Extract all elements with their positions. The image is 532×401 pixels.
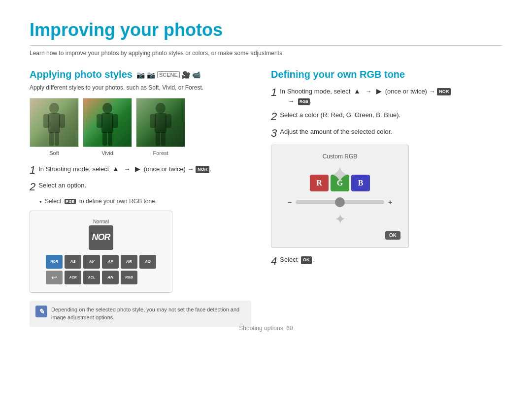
svg-rect-3 xyxy=(59,114,65,128)
menu-btn-acl[interactable]: ACL xyxy=(83,271,100,284)
rgb-plus[interactable]: + xyxy=(388,198,392,206)
rgb-icon: RGB xyxy=(65,199,76,204)
svg-rect-14 xyxy=(150,114,156,128)
left-step-1: 1 In Shooting mode, select ▲ → ▶ (once o… xyxy=(30,164,251,177)
step-number-2: 2 xyxy=(30,181,35,193)
menu-btn-as[interactable]: AS xyxy=(65,255,81,269)
menu-btn-ar[interactable]: AR xyxy=(121,255,137,269)
rgb-panel-title: Custom RGB xyxy=(279,153,400,160)
bullet-item: • Select RGB to define your own RGB tone… xyxy=(39,198,251,206)
photo-label-forest: Forest xyxy=(136,150,185,156)
photo-label-vivid: Vivid xyxy=(83,150,132,156)
menu-grid: NOR AS AV AF AR xyxy=(46,255,156,284)
menu-btn-ao[interactable]: AO xyxy=(139,255,156,269)
menu-panel: Normal NOR NOR AS A xyxy=(30,211,172,293)
rgb-slider-track[interactable] xyxy=(296,200,384,204)
svg-rect-4 xyxy=(49,132,54,146)
svg-rect-11 xyxy=(108,132,112,146)
menu-label-normal: Normal xyxy=(93,219,109,224)
menu-row-1: NOR AS AV AF AR xyxy=(46,255,156,269)
up-arrow: ▲ xyxy=(112,165,119,173)
svg-rect-10 xyxy=(102,132,107,146)
rgb-slider-handle[interactable] xyxy=(335,197,345,207)
menu-btn-rgb[interactable]: RGB xyxy=(121,271,137,284)
photo-labels: Soft Vivid Forest xyxy=(30,150,251,156)
ok-icon: OK xyxy=(301,256,312,264)
up-arrow-r: ▲ xyxy=(354,87,361,95)
page-number: Shooting options 60 xyxy=(239,325,293,332)
camera-icon-3: 🎥 xyxy=(182,71,190,79)
note-box: ✎ Depending on the selected photo style,… xyxy=(30,301,251,327)
svg-rect-7 xyxy=(101,113,113,133)
right-step-1: 1 In Shooting mode, select ▲ → ▶ (once o… xyxy=(271,86,502,106)
menu-btn-af[interactable]: AF xyxy=(102,255,119,269)
page-title: Improving your photos xyxy=(30,20,502,46)
photo-soft xyxy=(30,98,79,147)
svg-rect-1 xyxy=(48,113,60,133)
bullet-text: Select RGB to define your own RGB tone. xyxy=(45,198,157,205)
svg-rect-5 xyxy=(55,132,59,146)
section-title-icons: 📷 📷 SCENE 🎥 📹 xyxy=(136,71,200,79)
rgb-btn-r[interactable]: R xyxy=(310,175,329,191)
photo-forest xyxy=(136,98,185,147)
nor-big-icon: NOR xyxy=(89,225,113,250)
rgb-minus[interactable]: − xyxy=(288,198,292,206)
rgb-panel: Custom RGB ✦ R G B − + xyxy=(271,145,409,248)
rgb-slider-row: − + xyxy=(279,198,400,206)
menu-panel-inner: Normal NOR NOR AS A xyxy=(36,219,166,284)
applying-photo-styles-title: Applying photo styles 📷 📷 SCENE 🎥 📹 xyxy=(30,69,251,80)
svg-rect-13 xyxy=(155,113,166,133)
right-step-num-4: 4 xyxy=(271,255,277,268)
rgb-star-icon: ✦ xyxy=(334,212,346,227)
camera-icon-2: 📷 xyxy=(147,71,155,79)
rgb-ok-button[interactable]: OK xyxy=(385,231,400,240)
right-arrow-r: ▶ xyxy=(376,87,382,95)
photo-samples xyxy=(30,98,251,147)
arrow-1: → xyxy=(124,165,130,173)
camera-icon-4: 📹 xyxy=(192,71,200,79)
menu-btn-acr[interactable]: ACR xyxy=(65,271,81,284)
menu-btn-nor[interactable]: NOR xyxy=(46,255,63,269)
step-1-text: In Shooting mode, select ▲ → ▶ (once or … xyxy=(38,164,251,174)
svg-point-6 xyxy=(102,103,112,114)
right-step-2-text: Select a color (R: Red, G: Green, B: Blu… xyxy=(280,110,502,120)
defining-rgb-title: Defining your own RGB tone xyxy=(271,69,502,80)
right-step-3: 3 Adjust the amount of the selected colo… xyxy=(271,127,502,140)
note-icon: ✎ xyxy=(35,306,47,317)
svg-rect-17 xyxy=(161,132,166,146)
page-subtitle: Learn how to improve your photos by appl… xyxy=(30,50,502,57)
section-description: Apply different styles to your photos, s… xyxy=(30,83,251,92)
right-step-4: 4 Select OK. xyxy=(271,255,502,268)
right-step-num-1: 1 xyxy=(271,86,277,99)
step-2-text: Select an option. xyxy=(38,181,251,190)
nor-icon-right: NOR xyxy=(437,88,451,96)
menu-btn-av[interactable]: AV xyxy=(83,255,100,269)
rgb-star-area: ✦ xyxy=(279,211,400,227)
svg-point-12 xyxy=(156,103,166,114)
rgb-icon-right: RGB xyxy=(298,98,310,105)
star-decoration: ✦ xyxy=(330,161,350,189)
svg-rect-15 xyxy=(166,114,171,128)
nor-icon: NOR xyxy=(196,166,209,174)
right-step-1-text: In Shooting mode, select ▲ → ▶ (once or … xyxy=(280,86,502,106)
rgb-ok-row: OK xyxy=(279,231,400,240)
note-text: Depending on the selected photo style, y… xyxy=(51,306,245,322)
scene-icon: SCENE xyxy=(157,71,180,78)
right-step-3-text: Adjust the amount of the selected color. xyxy=(280,127,502,137)
camera-icon-1: 📷 xyxy=(136,71,145,79)
right-step-num-3: 3 xyxy=(271,127,277,140)
photo-vivid xyxy=(83,98,132,147)
right-step-4-text: Select OK. xyxy=(280,255,502,265)
rgb-btn-b[interactable]: B xyxy=(351,175,370,191)
bullet-dot: • xyxy=(39,198,42,206)
menu-btn-an[interactable]: AN xyxy=(102,271,119,284)
right-step-num-2: 2 xyxy=(271,110,277,123)
right-arrow: ▶ xyxy=(135,165,140,173)
svg-rect-16 xyxy=(156,132,160,146)
svg-rect-2 xyxy=(43,114,49,128)
svg-rect-9 xyxy=(112,114,118,128)
menu-back-btn[interactable]: ↩ xyxy=(46,271,63,284)
photo-label-soft: Soft xyxy=(30,150,79,156)
svg-rect-8 xyxy=(97,114,102,128)
menu-row-2: ↩ ACR ACL AN RGB xyxy=(46,271,156,284)
